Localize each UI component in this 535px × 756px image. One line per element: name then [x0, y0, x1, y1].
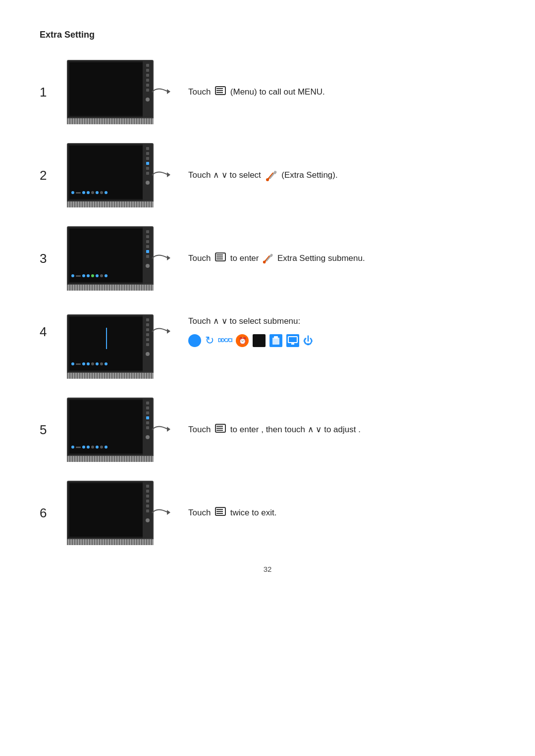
svg-rect-33 — [216, 513, 223, 514]
step-1-text: (Menu) to call out MENU. — [230, 87, 325, 97]
step-5-text: to enter , then touch ∧ ∨ to adjust . — [230, 425, 361, 434]
step-4-number: 4 — [40, 309, 67, 340]
submenu-icon-alarm: ⏰ — [236, 334, 249, 347]
svg-rect-27 — [216, 428, 223, 429]
monitor-screen — [69, 62, 143, 116]
step-3-submenu-text: Extra Setting submenu. — [277, 253, 365, 263]
svg-rect-32 — [216, 511, 223, 512]
svg-point-7 — [266, 178, 269, 181]
submenu-icon-clip — [269, 334, 282, 347]
step-3-touch-label: Touch — [188, 253, 213, 263]
svg-rect-31 — [216, 509, 223, 510]
svg-marker-19 — [167, 329, 170, 334]
step-5-row: 5 — [40, 398, 495, 462]
step-4-row: 4 — [40, 309, 495, 379]
menu-icon-3 — [215, 252, 226, 265]
step-4-pointer — [150, 322, 174, 342]
svg-rect-20 — [272, 338, 279, 345]
step-6-number: 6 — [40, 505, 67, 521]
svg-point-16 — [263, 261, 266, 264]
step-5-pointer — [150, 420, 174, 440]
menu-icon-6 — [215, 506, 226, 520]
step-2-text: (Extra Setting). — [281, 170, 337, 180]
step-3-number: 3 — [40, 251, 67, 266]
step-3-row: 3 — [40, 226, 495, 291]
step-1-pointer — [150, 82, 174, 102]
svg-marker-0 — [167, 89, 170, 94]
step-6-pointer — [150, 503, 174, 523]
step-6-monitor — [67, 481, 154, 545]
svg-rect-28 — [216, 430, 223, 431]
svg-rect-14 — [216, 258, 223, 259]
tools-icon-2 — [264, 170, 282, 180]
svg-rect-21 — [274, 336, 278, 339]
step-2-description: Touch ∧ ∨ to select (Extra Setting). — [174, 168, 495, 182]
svg-rect-12 — [216, 254, 223, 255]
svg-marker-10 — [167, 255, 170, 260]
svg-rect-4 — [216, 92, 223, 93]
step-2-number: 2 — [40, 168, 67, 183]
page-title: Extra Setting — [40, 30, 495, 40]
menu-icon-5 — [215, 423, 226, 437]
step-3-to-enter: to enter — [230, 253, 261, 263]
submenu-icon-circle — [188, 334, 201, 347]
step-6-touch-label: Touch — [188, 508, 213, 517]
step-1-monitor — [67, 60, 154, 124]
submenu-icon-refresh: ↻ — [205, 332, 214, 349]
page-container: Extra Setting 1 — [0, 0, 535, 603]
submenu-icon-power: ⏻ — [303, 333, 313, 349]
menu-icon-1 — [215, 86, 226, 99]
step-5-number: 5 — [40, 422, 67, 438]
step-5-monitor — [67, 398, 154, 462]
step-2-row: 2 — [40, 143, 495, 207]
svg-marker-5 — [167, 172, 170, 177]
svg-rect-26 — [216, 426, 223, 427]
step-2-monitor — [67, 143, 154, 207]
svg-rect-22 — [288, 337, 297, 343]
svg-rect-23 — [291, 343, 294, 345]
submenu-icon-black-sq — [253, 334, 266, 347]
step-1-row: 1 Touch — [40, 60, 495, 124]
svg-rect-2 — [216, 88, 223, 89]
step-1-touch-label: Touch — [188, 87, 213, 97]
page-number: 32 — [40, 565, 495, 573]
step-3-pointer — [150, 249, 174, 268]
svg-marker-29 — [167, 510, 170, 515]
step-4-description: Touch ∧ ∨ to select submenu: ↻ DDC/CI ⏰ — [174, 309, 495, 349]
monitor-screen-6 — [69, 483, 143, 537]
step-6-description: Touch twice to exit. — [174, 506, 495, 520]
submenu-icon-monitor — [286, 334, 299, 347]
step-4-text-line1: Touch ∧ ∨ to select submenu: — [188, 314, 495, 328]
monitor-screen-3 — [69, 229, 143, 282]
svg-marker-24 — [167, 427, 170, 432]
step-1-description: Touch (Menu) to call out MENU. — [174, 85, 495, 99]
step-3-monitor — [67, 226, 154, 291]
monitor-screen-4 — [69, 317, 143, 370]
step-5-touch-label: Touch — [188, 425, 213, 434]
step-6-text: twice to exit. — [230, 508, 277, 517]
submenu-icons-row: ↻ DDC/CI ⏰ — [188, 332, 495, 349]
submenu-icon-ddc: DDC/CI — [218, 337, 232, 345]
tools-icon-3 — [261, 253, 277, 263]
svg-rect-3 — [216, 90, 223, 91]
svg-rect-13 — [216, 256, 223, 257]
monitor-screen-5 — [69, 400, 143, 454]
step-1-number: 1 — [40, 85, 67, 100]
monitor-screen-2 — [69, 146, 143, 199]
step-3-description: Touch to enter — [174, 252, 495, 265]
step-2-pointer — [150, 165, 174, 185]
step-6-row: 6 Touch — [40, 481, 495, 545]
step-2-touch-label: Touch ∧ ∨ to select — [188, 170, 264, 180]
step-5-description: Touch to enter , then touch ∧ ∨ to adjus… — [174, 423, 495, 437]
step-4-monitor — [67, 314, 154, 379]
